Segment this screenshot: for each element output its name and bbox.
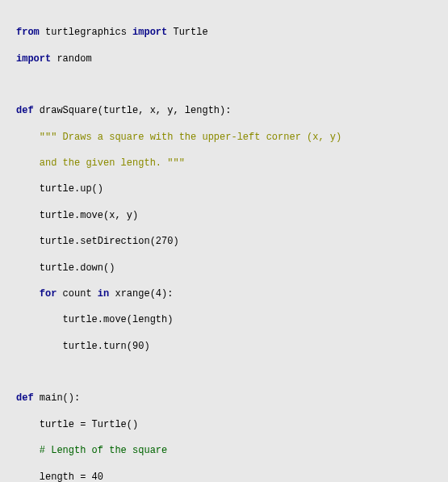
code-line: def main(): <box>16 392 432 404</box>
docstring: and the given length. """ <box>16 157 185 169</box>
code-text: drawSquare(turtle, x, y, length): <box>34 105 232 116</box>
code-text: turtle = Turtle() <box>16 419 138 430</box>
code-block: from turtlegraphics import Turtle import… <box>16 13 432 482</box>
code-line: for count in xrange(4): <box>16 287 432 300</box>
keyword-import: import <box>16 53 51 65</box>
code-line: # Length of the square <box>16 444 432 457</box>
code-line: def drawSquare(turtle, x, y, length): <box>16 104 432 117</box>
code-text: turtle.up() <box>16 183 103 195</box>
code-text: turtle.turn(90) <box>16 341 150 352</box>
code-line: turtle = Turtle() <box>16 418 432 431</box>
keyword-def: def <box>16 105 34 116</box>
code-text: turtle.setDirection(270) <box>16 236 179 247</box>
code-text: turtle.down() <box>16 262 115 274</box>
code-text: xrange(4): <box>109 288 173 300</box>
code-line: import random <box>16 52 432 65</box>
docstring: """ Draws a square with the upper-left c… <box>16 132 341 143</box>
code-line: turtle.setDirection(270) <box>16 235 432 248</box>
code-text: main(): <box>34 392 81 404</box>
code-line: turtle.move(length) <box>16 313 432 326</box>
comment: # Length of the square <box>16 445 167 456</box>
code-text: turtlegraphics <box>40 27 132 38</box>
code-line: length = 40 <box>16 471 432 482</box>
code-line: turtle.move(x, y) <box>16 209 432 222</box>
code-text: length = 40 <box>16 472 103 482</box>
code-text: turtle.move(x, y) <box>16 210 138 221</box>
code-line: and the given length. """ <box>16 157 432 170</box>
blank-line <box>16 366 432 379</box>
code-text: random <box>51 53 91 65</box>
blank-line <box>16 78 432 91</box>
code-line: turtle.turn(90) <box>16 340 432 353</box>
keyword-for: for <box>40 288 57 300</box>
code-text: count <box>57 288 97 300</box>
code-text: turtle.move(length) <box>16 314 173 325</box>
keyword-import: import <box>132 27 167 38</box>
code-line: turtle.down() <box>16 262 432 275</box>
keyword-in: in <box>98 288 109 300</box>
code-line: """ Draws a square with the upper-left c… <box>16 131 432 144</box>
code-line: from turtlegraphics import Turtle <box>16 26 432 39</box>
keyword-def: def <box>16 392 34 404</box>
code-text <box>16 288 40 300</box>
code-line: turtle.up() <box>16 182 432 195</box>
code-text: Turtle <box>167 27 207 38</box>
keyword-from: from <box>16 27 40 38</box>
